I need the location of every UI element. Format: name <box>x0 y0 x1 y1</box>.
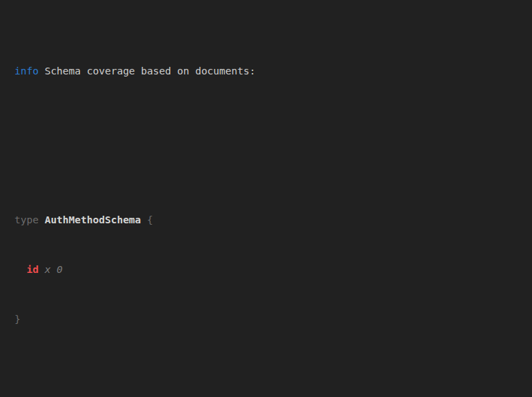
close-brace: } <box>14 314 21 325</box>
type-close-line: } <box>14 311 525 327</box>
header-message: Schema coverage based on documents: <box>45 65 256 77</box>
field-name-unused: id <box>26 264 38 275</box>
type-open-line: type AuthMethodSchema { <box>14 212 525 228</box>
blank-line <box>14 129 525 145</box>
coverage-header-line: info Schema coverage based on documents: <box>14 63 525 79</box>
type-keyword: type <box>14 214 39 225</box>
field-line: id x 0 <box>14 261 525 278</box>
blank-line <box>14 377 525 394</box>
terminal-output: info Schema coverage based on documents:… <box>0 0 532 397</box>
type-name: AuthMethodSchema <box>45 214 141 225</box>
open-brace: { <box>147 214 153 225</box>
info-tag: info <box>14 65 39 77</box>
field-usage-count: x 0 <box>45 264 63 275</box>
